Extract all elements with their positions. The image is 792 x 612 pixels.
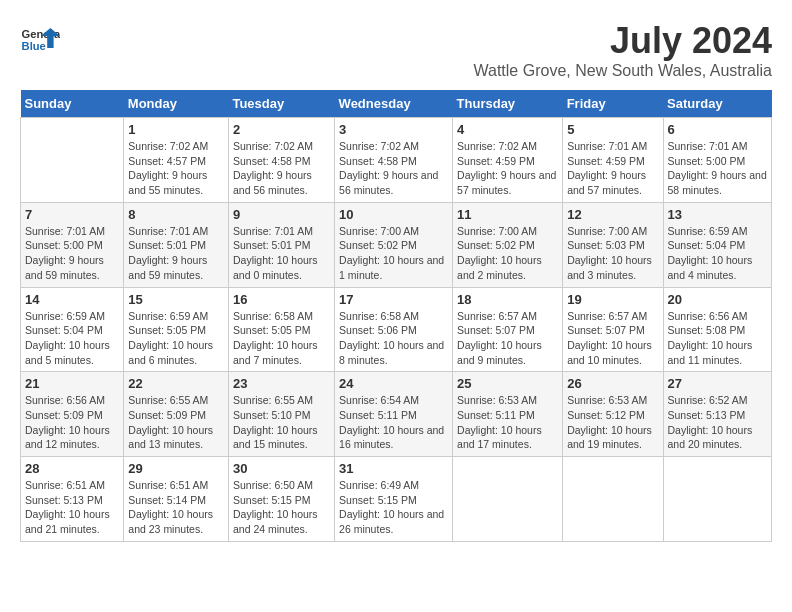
day-number: 2 (233, 122, 330, 137)
week-row-2: 14Sunrise: 6:59 AMSunset: 5:04 PMDayligh… (21, 287, 772, 372)
sunset: Sunset: 5:05 PM (233, 323, 330, 338)
calendar-cell: 24Sunrise: 6:54 AMSunset: 5:11 PMDayligh… (335, 372, 453, 457)
daylight: Daylight: 10 hours and 21 minutes. (25, 507, 119, 536)
week-row-3: 21Sunrise: 6:56 AMSunset: 5:09 PMDayligh… (21, 372, 772, 457)
calendar-cell: 27Sunrise: 6:52 AMSunset: 5:13 PMDayligh… (663, 372, 771, 457)
daylight: Daylight: 10 hours and 6 minutes. (128, 338, 224, 367)
header-thursday: Thursday (453, 90, 563, 118)
daylight: Daylight: 10 hours and 9 minutes. (457, 338, 558, 367)
sunrise: Sunrise: 6:59 AM (668, 224, 767, 239)
calendar-cell: 17Sunrise: 6:58 AMSunset: 5:06 PMDayligh… (335, 287, 453, 372)
sunset: Sunset: 5:10 PM (233, 408, 330, 423)
calendar-cell: 29Sunrise: 6:51 AMSunset: 5:14 PMDayligh… (124, 457, 229, 542)
calendar-cell: 4Sunrise: 7:02 AMSunset: 4:59 PMDaylight… (453, 118, 563, 203)
cell-info: Sunrise: 6:52 AMSunset: 5:13 PMDaylight:… (668, 393, 767, 452)
header: General Blue July 2024 Wattle Grove, New… (20, 20, 772, 80)
calendar-cell: 11Sunrise: 7:00 AMSunset: 5:02 PMDayligh… (453, 202, 563, 287)
sunset: Sunset: 4:58 PM (233, 154, 330, 169)
sunset: Sunset: 5:09 PM (25, 408, 119, 423)
cell-info: Sunrise: 6:50 AMSunset: 5:15 PMDaylight:… (233, 478, 330, 537)
sunset: Sunset: 4:59 PM (457, 154, 558, 169)
sunrise: Sunrise: 6:51 AM (128, 478, 224, 493)
daylight: Daylight: 9 hours and 57 minutes. (457, 168, 558, 197)
day-number: 20 (668, 292, 767, 307)
calendar-cell: 26Sunrise: 6:53 AMSunset: 5:12 PMDayligh… (563, 372, 663, 457)
cell-info: Sunrise: 6:56 AMSunset: 5:08 PMDaylight:… (668, 309, 767, 368)
day-number: 8 (128, 207, 224, 222)
title-section: July 2024 Wattle Grove, New South Wales,… (474, 20, 772, 80)
calendar-cell: 6Sunrise: 7:01 AMSunset: 5:00 PMDaylight… (663, 118, 771, 203)
day-number: 4 (457, 122, 558, 137)
header-tuesday: Tuesday (228, 90, 334, 118)
sunset: Sunset: 5:13 PM (25, 493, 119, 508)
cell-info: Sunrise: 6:58 AMSunset: 5:06 PMDaylight:… (339, 309, 448, 368)
sunrise: Sunrise: 6:51 AM (25, 478, 119, 493)
calendar-cell (453, 457, 563, 542)
day-number: 30 (233, 461, 330, 476)
sunset: Sunset: 5:07 PM (457, 323, 558, 338)
daylight: Daylight: 9 hours and 59 minutes. (25, 253, 119, 282)
day-number: 5 (567, 122, 658, 137)
calendar-cell (663, 457, 771, 542)
sunset: Sunset: 4:59 PM (567, 154, 658, 169)
day-number: 23 (233, 376, 330, 391)
sunset: Sunset: 5:00 PM (25, 238, 119, 253)
daylight: Daylight: 10 hours and 23 minutes. (128, 507, 224, 536)
calendar-cell: 13Sunrise: 6:59 AMSunset: 5:04 PMDayligh… (663, 202, 771, 287)
cell-info: Sunrise: 6:58 AMSunset: 5:05 PMDaylight:… (233, 309, 330, 368)
cell-info: Sunrise: 6:59 AMSunset: 5:05 PMDaylight:… (128, 309, 224, 368)
calendar-cell: 2Sunrise: 7:02 AMSunset: 4:58 PMDaylight… (228, 118, 334, 203)
sunset: Sunset: 5:11 PM (457, 408, 558, 423)
sunrise: Sunrise: 7:01 AM (128, 224, 224, 239)
day-number: 31 (339, 461, 448, 476)
header-wednesday: Wednesday (335, 90, 453, 118)
sunrise: Sunrise: 7:00 AM (457, 224, 558, 239)
cell-info: Sunrise: 6:49 AMSunset: 5:15 PMDaylight:… (339, 478, 448, 537)
daylight: Daylight: 10 hours and 17 minutes. (457, 423, 558, 452)
week-row-0: 1Sunrise: 7:02 AMSunset: 4:57 PMDaylight… (21, 118, 772, 203)
daylight: Daylight: 10 hours and 24 minutes. (233, 507, 330, 536)
cell-info: Sunrise: 7:01 AMSunset: 5:00 PMDaylight:… (668, 139, 767, 198)
header-monday: Monday (124, 90, 229, 118)
day-number: 16 (233, 292, 330, 307)
sunrise: Sunrise: 6:53 AM (567, 393, 658, 408)
day-number: 6 (668, 122, 767, 137)
sunrise: Sunrise: 6:52 AM (668, 393, 767, 408)
sunset: Sunset: 5:02 PM (457, 238, 558, 253)
calendar-cell: 1Sunrise: 7:02 AMSunset: 4:57 PMDaylight… (124, 118, 229, 203)
subtitle: Wattle Grove, New South Wales, Australia (474, 62, 772, 80)
daylight: Daylight: 10 hours and 10 minutes. (567, 338, 658, 367)
cell-info: Sunrise: 6:59 AMSunset: 5:04 PMDaylight:… (25, 309, 119, 368)
daylight: Daylight: 10 hours and 11 minutes. (668, 338, 767, 367)
calendar-cell: 9Sunrise: 7:01 AMSunset: 5:01 PMDaylight… (228, 202, 334, 287)
header-sunday: Sunday (21, 90, 124, 118)
calendar-cell: 21Sunrise: 6:56 AMSunset: 5:09 PMDayligh… (21, 372, 124, 457)
cell-info: Sunrise: 7:00 AMSunset: 5:03 PMDaylight:… (567, 224, 658, 283)
day-number: 18 (457, 292, 558, 307)
logo-icon: General Blue (20, 20, 60, 60)
cell-info: Sunrise: 6:59 AMSunset: 5:04 PMDaylight:… (668, 224, 767, 283)
svg-text:Blue: Blue (22, 40, 46, 52)
calendar-cell: 30Sunrise: 6:50 AMSunset: 5:15 PMDayligh… (228, 457, 334, 542)
sunset: Sunset: 5:05 PM (128, 323, 224, 338)
sunrise: Sunrise: 6:58 AM (233, 309, 330, 324)
cell-info: Sunrise: 6:51 AMSunset: 5:13 PMDaylight:… (25, 478, 119, 537)
cell-info: Sunrise: 7:01 AMSunset: 5:00 PMDaylight:… (25, 224, 119, 283)
sunrise: Sunrise: 7:01 AM (25, 224, 119, 239)
sunset: Sunset: 4:58 PM (339, 154, 448, 169)
day-number: 9 (233, 207, 330, 222)
cell-info: Sunrise: 7:02 AMSunset: 4:59 PMDaylight:… (457, 139, 558, 198)
daylight: Daylight: 10 hours and 0 minutes. (233, 253, 330, 282)
day-number: 24 (339, 376, 448, 391)
logo: General Blue (20, 20, 64, 60)
sunrise: Sunrise: 7:02 AM (233, 139, 330, 154)
sunset: Sunset: 5:01 PM (128, 238, 224, 253)
daylight: Daylight: 9 hours and 56 minutes. (233, 168, 330, 197)
sunrise: Sunrise: 6:58 AM (339, 309, 448, 324)
day-number: 12 (567, 207, 658, 222)
sunrise: Sunrise: 7:00 AM (339, 224, 448, 239)
sunrise: Sunrise: 6:53 AM (457, 393, 558, 408)
calendar-cell: 15Sunrise: 6:59 AMSunset: 5:05 PMDayligh… (124, 287, 229, 372)
daylight: Daylight: 10 hours and 16 minutes. (339, 423, 448, 452)
sunrise: Sunrise: 7:01 AM (567, 139, 658, 154)
